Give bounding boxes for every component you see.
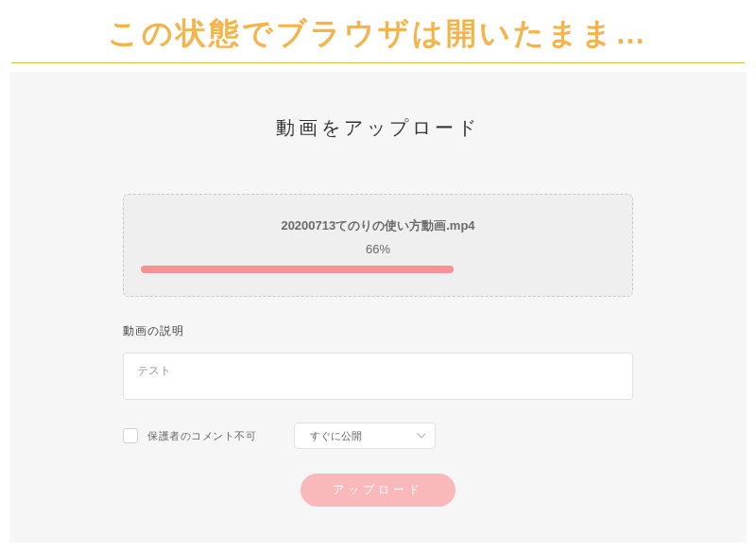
upload-button[interactable]: アップロード xyxy=(301,474,455,507)
upload-page: 動画をアップロード 20200713てのりの使い方動画.mp4 66% 動画の説… xyxy=(9,72,747,543)
progress-bar-fill xyxy=(141,266,454,273)
description-field-wrap xyxy=(123,353,633,404)
upload-progress-percent: 66% xyxy=(141,242,615,256)
description-section-label: 動画の説明 xyxy=(123,323,633,339)
annotation-underline xyxy=(11,62,745,63)
uploading-file-name: 20200713てのりの使い方動画.mp4 xyxy=(141,217,615,234)
guardian-comments-checkbox-group[interactable]: 保護者のコメント不可 xyxy=(123,428,256,443)
page-title: 動画をアップロード xyxy=(123,72,633,141)
progress-bar-track xyxy=(141,266,615,277)
upload-options-row: 保護者のコメント不可 すぐに公開 xyxy=(123,423,633,449)
overlay-annotation: この状態でブラウザは開いたまま… xyxy=(0,13,756,55)
submit-row: アップロード xyxy=(123,474,633,507)
content-container: 動画をアップロード 20200713てのりの使い方動画.mp4 66% 動画の説… xyxy=(123,72,633,507)
publish-timing-select[interactable]: すぐに公開 xyxy=(294,423,436,449)
guardian-comments-checkbox[interactable] xyxy=(123,428,138,443)
guardian-comments-checkbox-label: 保護者のコメント不可 xyxy=(147,429,256,443)
publish-timing-select-wrap: すぐに公開 xyxy=(294,423,436,449)
description-input[interactable] xyxy=(123,353,633,400)
upload-dropzone[interactable]: 20200713てのりの使い方動画.mp4 66% xyxy=(123,194,633,297)
